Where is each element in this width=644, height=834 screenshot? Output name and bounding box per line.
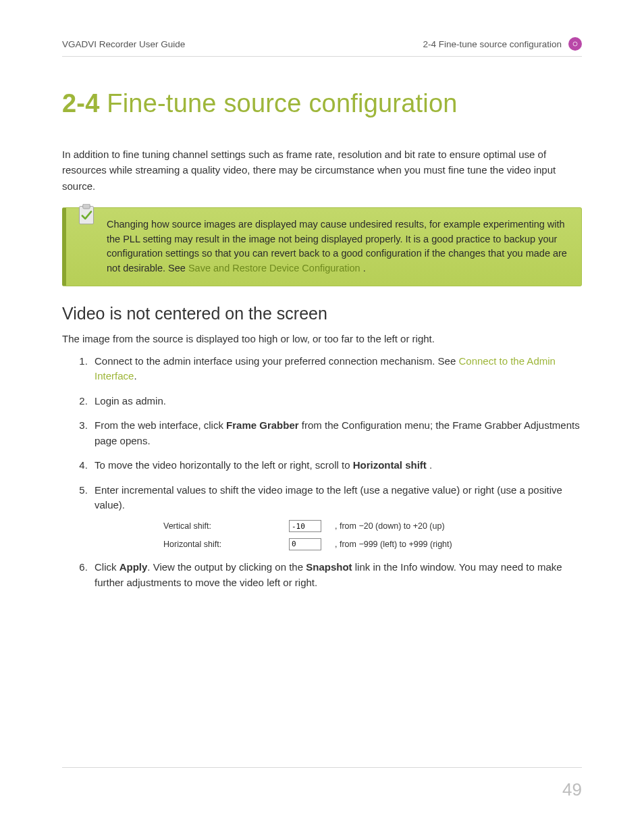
step-3: From the web interface, click Frame Grab… <box>90 418 582 448</box>
steps-list: Connect to the admin interface using you… <box>62 354 582 591</box>
step-6: Click Apply. View the output by clicking… <box>90 560 582 590</box>
step-1-text: Connect to the admin interface using you… <box>95 355 458 367</box>
step-1-after: . <box>134 370 136 382</box>
vertical-shift-label: Vertical shift: <box>163 520 285 533</box>
brand-logo-icon <box>568 37 582 51</box>
step-2: Login as admin. <box>90 394 582 409</box>
header-left: VGADVI Recorder User Guide <box>62 39 185 49</box>
step-6-before-b1: Click <box>95 561 119 573</box>
horizontal-shift-hint: , from −999 (left) to +999 (right) <box>335 538 582 551</box>
title-text: Fine-tune source configuration <box>107 89 457 118</box>
step-4-bold: Horizontal shift <box>353 459 427 471</box>
step-1: Connect to the admin interface using you… <box>90 354 582 384</box>
shift-settings-illustration: Vertical shift: , from −20 (down) to +20… <box>163 520 582 551</box>
section-number: 2-4 <box>62 89 100 118</box>
page-header: VGADVI Recorder User Guide 2-4 Fine-tune… <box>62 37 582 57</box>
step-4: To move the video horizontally to the le… <box>90 458 582 473</box>
clipboard-check-icon <box>77 204 96 226</box>
svg-point-0 <box>572 41 579 47</box>
step-4-after: . <box>427 459 432 471</box>
intro-paragraph: In addition to fine tuning channel setti… <box>62 147 582 194</box>
vertical-shift-input[interactable] <box>289 520 321 532</box>
footer-divider <box>62 767 582 768</box>
note-link-save-restore[interactable]: Save and Restore Device Configuration <box>188 263 360 273</box>
note-text-after: . <box>363 263 366 273</box>
step-5-text: Enter incremental values to shift the vi… <box>95 484 562 511</box>
step-4-before: To move the video horizontally to the le… <box>95 459 353 471</box>
step-3-before: From the web interface, click <box>95 419 226 431</box>
page-number: 49 <box>562 779 582 800</box>
page-title: 2-4 Fine-tune source configuration <box>62 89 582 118</box>
vertical-shift-hint: , from −20 (down) to +20 (up) <box>335 520 582 533</box>
step-5: Enter incremental values to shift the vi… <box>90 483 582 551</box>
sub-paragraph: The image from the source is displayed t… <box>62 333 582 344</box>
horizontal-shift-label: Horizontal shift: <box>163 538 285 551</box>
step-6-mid: . View the output by clicking on the <box>147 561 306 573</box>
note-callout: Changing how source images are displayed… <box>62 207 582 286</box>
horizontal-shift-input[interactable] <box>289 538 321 550</box>
subheading-video-not-centered: Video is not centered on the screen <box>62 304 582 323</box>
svg-rect-2 <box>83 204 90 209</box>
step-6-bold-apply: Apply <box>119 561 148 573</box>
step-3-bold: Frame Grabber <box>226 419 299 431</box>
step-6-bold-snapshot: Snapshot <box>306 561 352 573</box>
header-right: 2-4 Fine-tune source configuration <box>423 39 562 49</box>
